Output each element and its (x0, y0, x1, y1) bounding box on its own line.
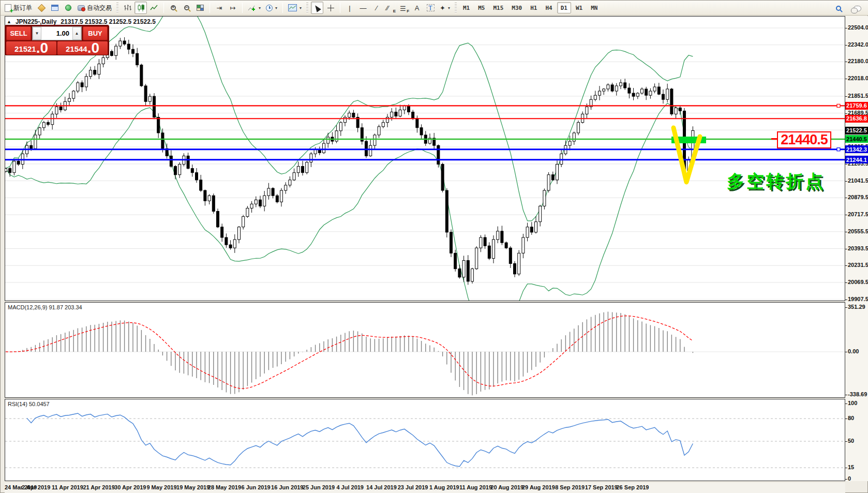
price-callout-box[interactable]: 21440.5 (777, 131, 831, 148)
crosshair-tool-button[interactable] (324, 2, 337, 14)
axis-tick-label: 22504.0 (848, 24, 868, 31)
axis-tick (845, 198, 847, 198)
axis-tick (845, 419, 847, 419)
autoscroll-button[interactable]: ⇥ (213, 2, 226, 14)
tile-windows-button[interactable] (194, 2, 206, 14)
dropdown-caret-icon: ▾ (448, 6, 450, 10)
cn-annotation-text[interactable]: 多空转折点 (727, 170, 825, 193)
buy-button[interactable]: BUY (83, 26, 108, 40)
horizontal-line-tool-button[interactable]: — (357, 2, 369, 14)
profiles-icon (37, 4, 46, 12)
price-badge: 21522.5 (845, 127, 868, 135)
toolbar-grip (116, 3, 118, 13)
tf-button-D1[interactable]: D1 (557, 2, 571, 13)
text-tool-button[interactable]: A (411, 2, 423, 14)
tf-button-MN[interactable]: MN (587, 2, 601, 13)
buy-price-pips: .0 (87, 42, 99, 54)
periods-clock-icon (266, 5, 273, 11)
price-badge: 21342.3 (845, 145, 868, 153)
date-label: 29 Aug 2019 (522, 484, 555, 490)
templates-button[interactable]: ▾ (286, 2, 304, 14)
tf-button-H4[interactable]: H4 (542, 2, 556, 13)
axis-tick-label: 20393.5 (848, 245, 868, 251)
text-label-tool-button[interactable]: T (424, 2, 437, 14)
zoom-out-icon: − (184, 5, 189, 10)
cursor-tool-button[interactable] (311, 2, 323, 14)
axis-tick (845, 79, 847, 79)
date-label: 2 Apr 2019 (22, 484, 50, 490)
market-watch-button[interactable] (49, 2, 61, 14)
axis-tick-label: 22342.0 (848, 41, 868, 48)
line-chart-button[interactable] (148, 2, 160, 14)
fibonacci-tool-button[interactable]: ☰ F (397, 2, 410, 14)
vertical-line-tool-button[interactable]: | (343, 2, 356, 14)
date-label: 4 Jul 2019 (336, 484, 364, 490)
tf-button-H1[interactable]: H1 (527, 2, 541, 13)
autotrade-button[interactable]: 自动交易 (76, 2, 114, 14)
bar-chart-button[interactable] (121, 2, 133, 14)
candlestick-chart-button[interactable] (134, 2, 147, 14)
autotrade-label: 自动交易 (87, 4, 112, 12)
axis-tick-label: 22018.0 (848, 75, 868, 81)
price-axis[interactable]: 22504.022342.022180.022018.021851.521689… (845, 16, 868, 481)
chart-shift-icon: ↦ (230, 5, 236, 11)
chart-pane-rsi[interactable]: RSI(14) 50.0457 (5, 399, 845, 481)
tf-button-M1[interactable]: M1 (459, 2, 473, 13)
indicators-button[interactable]: ▾ (246, 2, 263, 14)
toolbar-separator (242, 3, 243, 13)
periods-button[interactable]: ▾ (264, 2, 279, 14)
toolbar-grip (306, 3, 308, 13)
axis-tick (845, 468, 847, 468)
horizontal-line-icon: — (360, 5, 367, 11)
collapse-icon[interactable]: ▲ (7, 19, 11, 24)
toolbar-separator (209, 3, 210, 13)
volume-input[interactable]: 1.00 (41, 27, 72, 40)
volume-increase-button[interactable]: ▲ (72, 27, 81, 40)
zoom-in-icon: + (171, 5, 176, 10)
chart-shift-button[interactable]: ↦ (227, 2, 239, 14)
signals-icon (65, 5, 71, 11)
axis-tick-label: 20717.5 (848, 211, 868, 217)
buy-price-display[interactable]: 21544 .0 (57, 41, 108, 55)
profiles-button[interactable] (35, 2, 48, 14)
date-label: 17 Sep 2019 (585, 484, 618, 490)
rsi-canvas (5, 399, 845, 481)
axis-tick (845, 265, 847, 266)
date-label: 21 Apr 2019 (83, 484, 114, 490)
volume-decrease-button[interactable]: ▼ (33, 27, 41, 40)
date-label: 16 Jun 2019 (271, 484, 303, 490)
zoom-in-button[interactable]: + (167, 2, 179, 14)
market-watch-icon (51, 5, 58, 11)
tf-button-M5[interactable]: M5 (474, 2, 488, 13)
axis-tick-label: 22180.0 (848, 58, 868, 64)
search-button[interactable] (832, 2, 845, 14)
autoscroll-icon: ⇥ (217, 5, 222, 11)
signals-button[interactable] (62, 2, 74, 14)
arrows-icon: ✦ (440, 5, 445, 11)
channel-tool-button[interactable]: ∕∕ E (384, 2, 396, 14)
tf-button-M15[interactable]: M15 (489, 2, 507, 13)
axis-tick-label: 0 (848, 475, 851, 482)
chart-pane-main[interactable] (5, 16, 845, 301)
tf-button-M30[interactable]: M30 (508, 2, 526, 13)
date-axis[interactable]: 24 Mar 20192 Apr 201911 Apr 201921 Apr 2… (5, 483, 845, 493)
zoom-out-button[interactable]: − (181, 2, 193, 14)
text-label-icon: T (427, 4, 435, 11)
axis-tick (845, 479, 847, 480)
sell-button[interactable]: SELL (6, 26, 31, 40)
trendline-tool-button[interactable]: ∕ (370, 2, 383, 14)
date-label: 19 May 2019 (176, 484, 209, 490)
tile-windows-icon (197, 5, 204, 11)
chat-button[interactable] (851, 2, 863, 14)
templates-icon (288, 4, 297, 11)
arrows-tool-button[interactable]: ✦ ▾ (438, 2, 452, 14)
chart-pane-macd[interactable]: MACD(12,26,9) 91.87 203.34 (5, 302, 845, 398)
axis-tick-label: 351.29 (848, 304, 865, 310)
tf-button-W1[interactable]: W1 (572, 2, 586, 13)
axis-tick-label: 100 (848, 400, 857, 406)
sell-price-display[interactable]: 21521 .0 (6, 41, 56, 55)
toolbar-grip (455, 3, 457, 13)
date-label: 20 Aug 2019 (490, 484, 523, 490)
new-order-button[interactable]: 新订单 (3, 2, 34, 14)
date-label: 25 Jun 2019 (303, 484, 335, 490)
